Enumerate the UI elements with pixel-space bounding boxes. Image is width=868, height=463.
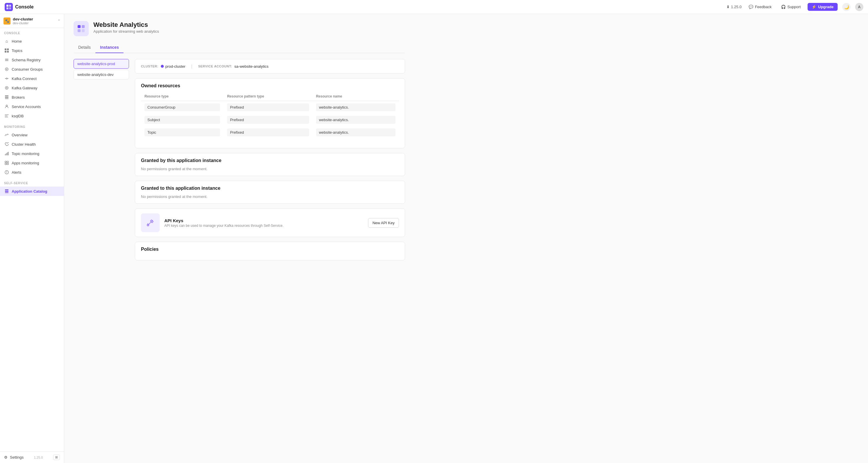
sidebar-item-brokers[interactable]: Brokers [0, 93, 64, 102]
sidebar-item-home[interactable]: ⌂ Home [0, 36, 64, 46]
sidebar-item-schema-label: Schema Registry [12, 58, 40, 62]
svg-rect-7 [7, 51, 9, 53]
resource-table: Resource type Resource pattern type Reso… [141, 92, 399, 139]
navbar-right: ⬇ 1.25.0 💬 Feedback 🎧 Support ⚡ Upgrade … [726, 3, 863, 11]
owned-resources-card: Owned resources Resource type Resource p… [135, 78, 405, 148]
policies-title: Policies [141, 247, 399, 252]
alerts-icon [4, 169, 9, 175]
svg-point-9 [6, 69, 7, 70]
instance-item-dev[interactable]: website-analytics-dev [73, 70, 129, 80]
theme-toggle[interactable]: 🌙 [842, 3, 850, 11]
navbar: Console ⬇ 1.25.0 💬 Feedback 🎧 Support ⚡ … [0, 0, 868, 14]
sidebar-item-topic-monitoring[interactable]: Topic monitoring [0, 149, 64, 158]
api-keys-title: API Keys [164, 218, 363, 223]
expand-button[interactable]: ⊞ [53, 455, 60, 460]
svg-rect-22 [5, 163, 6, 165]
sidebar-item-kafka-gateway[interactable]: Kafka Gateway [0, 83, 64, 93]
home-icon: ⌂ [4, 38, 9, 44]
app-subtitle-text: Application for streaming web analytics [93, 29, 159, 34]
self-service-section: SELF-SERVICE Application Catalog [0, 178, 64, 197]
upgrade-icon: ⚡ [812, 5, 816, 9]
sidebar-item-consumer-groups[interactable]: Consumer Groups [0, 64, 64, 74]
sidebar-item-kafka-gateway-label: Kafka Gateway [12, 86, 37, 90]
sidebar-item-kafka-connect-label: Kafka Connect [12, 76, 36, 81]
instances-layout: website-analytics-prod website-analytics… [73, 59, 405, 265]
sidebar-item-service-accounts-label: Service Accounts [12, 104, 41, 109]
svg-rect-29 [78, 25, 81, 28]
brokers-icon [4, 95, 9, 100]
support-button[interactable]: 🎧 Support [779, 3, 803, 10]
tab-details[interactable]: Details [73, 42, 95, 53]
sidebar-item-service-accounts[interactable]: Service Accounts [0, 102, 64, 111]
sidebar-item-schema-registry[interactable]: Schema Registry [0, 55, 64, 64]
granted-by-empty: No permissions granted at the moment. [141, 167, 399, 171]
sidebar-item-kafka-connect[interactable]: Kafka Connect [0, 74, 64, 83]
upgrade-button[interactable]: ⚡ Upgrade [808, 3, 838, 11]
sidebar-item-alerts[interactable]: Alerts [0, 167, 64, 177]
svg-point-15 [6, 105, 8, 106]
col-resource-name: Resource name [313, 92, 399, 101]
app-header-text: Website Analytics Application for stream… [93, 21, 159, 34]
cluster-name: dev-cluster [13, 17, 33, 21]
svg-point-10 [5, 86, 8, 89]
col-resource-pattern: Resource pattern type [223, 92, 313, 101]
svg-rect-5 [7, 49, 9, 50]
svg-rect-27 [5, 191, 8, 192]
svg-rect-2 [6, 7, 8, 9]
app-header: Website Analytics Application for stream… [73, 21, 405, 36]
svg-rect-13 [5, 97, 8, 98]
col-resource-type: Resource type [141, 92, 223, 101]
avatar: A [855, 3, 863, 11]
table-row: Topic Prefixed website-analytics. [141, 126, 399, 139]
content-inner: Website Analytics Application for stream… [64, 14, 414, 272]
resource-name-cell: website-analytics. [316, 103, 396, 111]
svg-rect-21 [7, 161, 8, 163]
tab-instances[interactable]: Instances [95, 42, 124, 53]
feedback-button[interactable]: 💬 Feedback [746, 3, 774, 10]
instance-dev-label: website-analytics-dev [78, 72, 114, 77]
sidebar-item-topics-label: Topics [12, 49, 23, 53]
settings-label: Settings [10, 455, 24, 460]
support-icon: 🎧 [781, 5, 786, 9]
settings-icon: ⚙ [4, 455, 8, 460]
sidebar-item-application-catalog[interactable]: Application Catalog [0, 187, 64, 196]
sidebar-item-overview-label: Overview [12, 133, 27, 137]
sidebar-item-topics[interactable]: Topics [0, 46, 64, 55]
sidebar-footer: ⚙ Settings 1.25.0 ⊞ [0, 451, 64, 463]
api-keys-card: API Keys API keys can be used to manage … [135, 209, 405, 237]
sidebar-item-cluster-health-label: Cluster Health [12, 142, 36, 147]
console-section-label: CONSOLE [0, 32, 64, 36]
svg-rect-20 [5, 161, 6, 163]
cluster-meta-label: CLUSTER: [141, 64, 158, 68]
sidebar-item-cluster-health[interactable]: Cluster Health [0, 140, 64, 149]
svg-rect-32 [82, 29, 85, 32]
kafka-gateway-icon [4, 85, 9, 91]
cluster-dot [161, 65, 164, 68]
granted-by-card: Granted by this application instance No … [135, 153, 405, 176]
svg-rect-4 [5, 49, 6, 50]
settings-item[interactable]: ⚙ Settings [4, 455, 24, 460]
svg-rect-6 [5, 51, 6, 53]
navbar-left: Console [5, 3, 34, 11]
main-content: Website Analytics Application for stream… [64, 14, 868, 463]
svg-rect-12 [5, 95, 8, 96]
sidebar-item-apps-monitoring[interactable]: Apps monitoring [0, 158, 64, 167]
cluster-info: 🐾 dev-cluster dev-cluster [3, 17, 33, 25]
svg-rect-14 [5, 98, 8, 99]
svg-rect-3 [9, 7, 11, 9]
sidebar-item-ksqldb[interactable]: ksqlDB [0, 111, 64, 121]
topics-icon [4, 48, 9, 53]
cluster-selector[interactable]: 🐾 dev-cluster dev-cluster ⌃ [0, 14, 64, 28]
instance-meta-card: CLUSTER: prod-cluster | SERVICE ACCOUNT:… [135, 59, 405, 73]
service-account-value: sa-website-analytics [235, 64, 269, 69]
apps-monitoring-icon [4, 160, 9, 165]
instances-list: website-analytics-prod website-analytics… [73, 59, 129, 265]
resource-type-cell: Topic [145, 128, 220, 136]
tabs: Details Instances [73, 42, 405, 53]
new-api-key-button[interactable]: New API Key [368, 218, 399, 228]
instance-item-prod[interactable]: website-analytics-prod [73, 59, 129, 69]
sidebar-item-overview[interactable]: Overview [0, 130, 64, 140]
support-label: Support [787, 5, 801, 9]
sidebar: 🐾 dev-cluster dev-cluster ⌃ CONSOLE ⌂ Ho… [0, 14, 64, 463]
feedback-icon: 💬 [749, 5, 753, 9]
